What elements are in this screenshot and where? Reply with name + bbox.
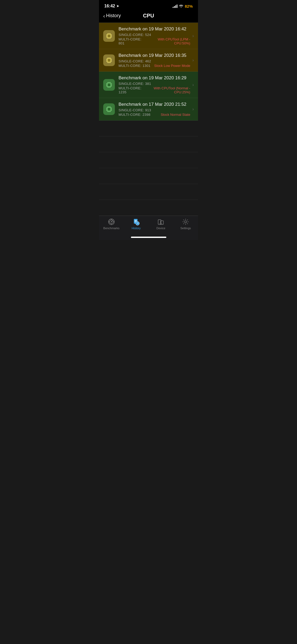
- page-title: CPU: [143, 13, 154, 19]
- tab-device-label: Device: [157, 227, 166, 230]
- bar2: [174, 6, 175, 8]
- benchmarks-icon: [108, 218, 115, 226]
- status-bar: 16:42 ➤ 82%: [99, 0, 198, 10]
- home-line: [131, 237, 166, 238]
- empty-row-6: [99, 200, 198, 216]
- benchmark-item-1[interactable]: Benchmark on 19 Mar 2020 16:42 SINGLE-CO…: [99, 23, 198, 49]
- location-icon: ➤: [116, 4, 119, 8]
- item-title-1: Benchmark on 19 Mar 2020 16:42: [119, 26, 190, 32]
- tab-settings[interactable]: Settings: [173, 218, 198, 230]
- svg-rect-29: [108, 84, 110, 86]
- svg-point-75: [185, 221, 187, 223]
- nav-bar: ‹ History CPU: [99, 10, 198, 23]
- item-multi-4: MULTI-CORE: 2398: [119, 113, 150, 117]
- item-title-3: Benchmark on 19 Mar 2020 16:29: [119, 75, 190, 81]
- item-badge-3: With CPUTool (Normal - CPU:25%): [147, 86, 190, 94]
- back-button[interactable]: ‹ History: [103, 13, 121, 19]
- tab-settings-label: Settings: [180, 227, 191, 230]
- item-single-1: SINGLE-CORE: 524: [119, 33, 190, 37]
- item-multi-row-2: MULTI-CORE: 1301 Stock Low Power Mode: [119, 64, 190, 68]
- item-content-3: Benchmark on 19 Mar 2020 16:29 SINGLE-CO…: [119, 75, 190, 94]
- back-label: History: [106, 13, 121, 19]
- chevron-icon-2: ›: [192, 58, 194, 63]
- item-content-1: Benchmark on 19 Mar 2020 16:42 SINGLE-CO…: [119, 26, 190, 45]
- item-multi-row-3: MULTI-CORE: 1235 With CPUTool (Normal - …: [119, 86, 190, 94]
- device-icon: [157, 218, 164, 226]
- bar4: [177, 4, 177, 8]
- status-time: 16:42 ➤: [104, 4, 119, 8]
- tab-history[interactable]: History: [124, 218, 149, 230]
- empty-row-5: [99, 184, 198, 200]
- item-multi-row-1: MULTI-CORE: 801 With CPUTool (LPM - CPU:…: [119, 37, 190, 45]
- item-badge-1: With CPUTool (LPM - CPU:50%): [147, 37, 190, 45]
- item-content-2: Benchmark on 19 Mar 2020 16:35 SINGLE-CO…: [119, 53, 190, 68]
- chevron-icon-4: ›: [192, 107, 194, 112]
- tab-device[interactable]: Device: [149, 218, 173, 230]
- tab-benchmarks-label: Benchmarks: [103, 227, 119, 230]
- home-indicator: [99, 235, 198, 240]
- item-single-4: SINGLE-CORE: 913: [119, 108, 190, 112]
- cpu-icon-3: [103, 79, 115, 91]
- back-arrow-icon: ‹: [103, 13, 105, 19]
- tab-benchmarks[interactable]: Benchmarks: [99, 218, 124, 230]
- benchmark-item-4[interactable]: Benchmark on 17 Mar 2020 21:52 SINGLE-CO…: [99, 98, 198, 121]
- tab-history-label: History: [132, 227, 141, 230]
- battery-percentage: 82%: [185, 4, 193, 8]
- item-multi-row-4: MULTI-CORE: 2398 Stock Normal State: [119, 113, 190, 117]
- svg-rect-1: [108, 35, 110, 37]
- bar3: [175, 5, 176, 8]
- time-label: 16:42: [104, 4, 115, 8]
- empty-row-4: [99, 168, 198, 184]
- chevron-icon-3: ›: [192, 82, 194, 87]
- svg-rect-15: [108, 59, 110, 62]
- signal-bars: [173, 4, 177, 8]
- chevron-icon-1: ›: [192, 34, 194, 38]
- empty-row-3: [99, 152, 198, 168]
- wifi-icon: [179, 4, 183, 8]
- cpu-icon-1: [103, 30, 115, 42]
- bar1: [173, 7, 173, 8]
- svg-rect-43: [108, 108, 110, 111]
- item-single-3: SINGLE-CORE: 381: [119, 82, 190, 86]
- benchmark-item-2[interactable]: Benchmark on 19 Mar 2020 16:35 SINGLE-CO…: [99, 49, 198, 72]
- benchmark-item-3[interactable]: Benchmark on 19 Mar 2020 16:29 SINGLE-CO…: [99, 72, 198, 98]
- item-multi-1: MULTI-CORE: 801: [119, 37, 145, 45]
- item-badge-2: Stock Low Power Mode: [154, 64, 190, 68]
- item-multi-3: MULTI-CORE: 1235: [119, 86, 144, 94]
- benchmark-list: Benchmark on 19 Mar 2020 16:42 SINGLE-CO…: [99, 23, 198, 216]
- empty-row-2: [99, 136, 198, 152]
- tab-bar: Benchmarks History: [99, 216, 198, 235]
- item-multi-2: MULTI-CORE: 1301: [119, 64, 150, 68]
- item-title-2: Benchmark on 19 Mar 2020 16:35: [119, 53, 190, 58]
- item-title-4: Benchmark on 17 Mar 2020 21:52: [119, 102, 190, 107]
- svg-line-63: [111, 220, 113, 222]
- cpu-icon-4: [103, 103, 115, 115]
- item-single-2: SINGLE-CORE: 462: [119, 59, 190, 63]
- history-icon: [133, 218, 140, 226]
- empty-row-1: [99, 121, 198, 136]
- status-right: 82%: [173, 4, 193, 8]
- item-badge-4: Stock Normal State: [161, 113, 190, 117]
- settings-icon: [182, 218, 189, 226]
- item-content-4: Benchmark on 17 Mar 2020 21:52 SINGLE-CO…: [119, 102, 190, 117]
- cpu-icon-2: [103, 54, 115, 66]
